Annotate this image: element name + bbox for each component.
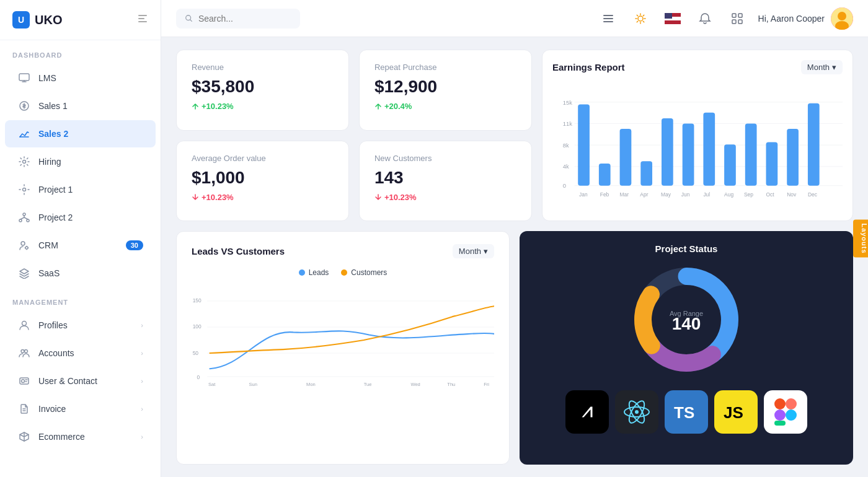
svg-text:100: 100 [193, 323, 202, 330]
earnings-filter-main[interactable]: Month ▾ [801, 60, 843, 74]
sun-icon[interactable] [629, 7, 652, 30]
svg-text:Oct: Oct [766, 191, 774, 198]
svg-rect-86 [745, 123, 757, 185]
flag-icon[interactable] [662, 7, 684, 30]
svg-rect-79 [599, 164, 611, 186]
logo-text: UKO [35, 13, 62, 27]
svg-text:Wed: Wed [410, 382, 420, 387]
person-card-icon [17, 374, 31, 388]
sidebar-item-hiring[interactable]: Hiring [5, 148, 156, 175]
sidebar-item-label: Hiring [38, 157, 61, 167]
svg-rect-130 [774, 398, 786, 409]
sidebar-item-user-contact[interactable]: User & Contact › [5, 367, 156, 395]
layouts-tab[interactable]: Layouts [853, 219, 868, 257]
svg-text:11k: 11k [563, 121, 572, 127]
leads-line-chart: 150 100 50 0 Sat Sun Mon [192, 284, 494, 396]
svg-text:Dec: Dec [808, 191, 817, 198]
sidebar-item-project1[interactable]: Project 1 [5, 176, 156, 203]
earnings-header: Earnings Report Month ▾ [552, 60, 843, 74]
sidebar-item-crm[interactable]: CRM 30 [5, 232, 156, 259]
figma-icon [764, 390, 807, 434]
coin-icon [17, 99, 31, 113]
chevron-right-icon: › [141, 405, 143, 413]
menu-icon[interactable] [597, 7, 619, 30]
svg-text:15k: 15k [563, 100, 572, 106]
svg-rect-26 [665, 13, 672, 19]
svg-text:Mon: Mon [306, 382, 316, 387]
layers-icon [17, 266, 31, 280]
project-status-section: Project Status [532, 243, 841, 383]
sidebar-item-profiles[interactable]: Profiles › [5, 312, 156, 339]
sidebar-item-label: Accounts [38, 348, 74, 358]
sidebar-item-ecommerce[interactable]: Ecommerce › [5, 423, 156, 450]
bell-icon[interactable] [694, 7, 716, 30]
leads-chart-title: Leads VS Customers [192, 246, 285, 256]
leads-filter[interactable]: Month ▾ [453, 244, 494, 258]
svg-point-6 [23, 188, 26, 191]
sidebar-item-invoice[interactable]: Invoice › [5, 395, 156, 422]
sidebar-item-saas[interactable]: SaaS [5, 260, 156, 287]
sidebar-item-label: Project 1 [38, 185, 73, 195]
customers-legend-label: Customers [351, 268, 387, 277]
svg-text:140: 140 [672, 314, 701, 333]
sidebar-item-label: User & Contact [38, 376, 97, 386]
svg-text:Aug: Aug [724, 191, 733, 198]
svg-rect-82 [662, 118, 673, 186]
sidebar-item-sales1[interactable]: Sales 1 [5, 92, 156, 120]
leads-chart-card: Leads VS Customers Month ▾ Leads Custome… [176, 231, 510, 465]
search-icon [185, 14, 193, 24]
person-icon [17, 318, 31, 332]
logo-icon: U [12, 11, 30, 28]
chevron-right-icon: › [141, 349, 143, 357]
search-input[interactable] [198, 14, 291, 24]
svg-text:Sun: Sun [249, 382, 257, 387]
svg-rect-131 [786, 398, 797, 409]
file-icon [17, 402, 31, 416]
svg-text:0: 0 [197, 374, 200, 380]
sidebar-item-accounts[interactable]: Accounts › [5, 339, 156, 367]
svg-rect-84 [703, 113, 715, 186]
tech-icons: TS JS [532, 390, 841, 434]
main-area: Hi, Aaron Cooper Revenue $35,800 +10.23% [161, 0, 868, 477]
svg-point-127 [635, 410, 639, 414]
svg-point-134 [786, 409, 797, 421]
svg-text:150: 150 [193, 297, 202, 304]
react-icon [615, 390, 658, 434]
svg-rect-87 [766, 142, 777, 185]
person-group-icon [17, 346, 31, 360]
sidebar-item-sales2[interactable]: Sales 2 [5, 120, 156, 147]
svg-point-13 [21, 350, 24, 353]
user-section[interactable]: Hi, Aaron Cooper [758, 7, 853, 30]
sidebar-item-label: SaaS [38, 268, 60, 278]
svg-text:8k: 8k [563, 142, 569, 149]
svg-text:Thu: Thu [447, 382, 455, 387]
svg-rect-28 [738, 14, 742, 17]
sidebar-section-dashboard: DASHBOARD LMS Sales 1 Sale [0, 40, 161, 287]
crm-badge: 30 [126, 240, 143, 250]
svg-text:JS: JS [724, 403, 743, 422]
svg-text:4k: 4k [563, 164, 569, 170]
svg-text:50: 50 [193, 350, 199, 356]
svg-text:Jan: Jan [579, 191, 588, 198]
sidebar-item-label: LMS [38, 73, 56, 83]
svg-text:Sep: Sep [744, 191, 753, 198]
svg-rect-132 [774, 409, 786, 421]
svg-text:May: May [661, 191, 671, 198]
sidebar-item-lms[interactable]: LMS [5, 64, 156, 92]
stat-card-1: Repeat Purchase $12,900 +20.4% [359, 50, 532, 131]
sidebar-item-project2[interactable]: Project 2 [5, 204, 156, 231]
svg-point-10 [21, 242, 25, 245]
leads-legend: Leads Customers [192, 268, 494, 277]
svg-rect-88 [787, 129, 799, 186]
sidebar-item-label: Ecommerce [38, 432, 85, 442]
search-box[interactable] [176, 9, 300, 28]
svg-rect-2 [138, 21, 147, 22]
sidebar-header: U UKO [0, 0, 161, 40]
project-status-title: Project Status [532, 243, 841, 254]
sidebar-toggle[interactable] [137, 13, 148, 27]
svg-point-21 [638, 16, 643, 21]
nodes-icon [17, 211, 31, 224]
svg-rect-0 [138, 15, 147, 16]
grid-icon[interactable] [726, 7, 748, 30]
svg-rect-81 [640, 161, 652, 185]
